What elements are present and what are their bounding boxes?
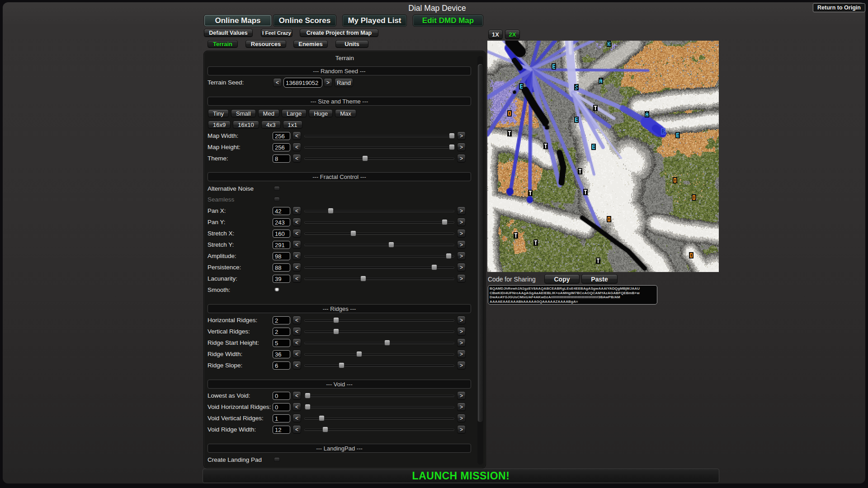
horizontal-ridges-slider-handle[interactable]: [333, 317, 339, 323]
void-vertical-ridges-increment-button[interactable]: >: [457, 414, 466, 422]
stretch-y-increment-button[interactable]: >: [457, 240, 466, 249]
tab-online-maps[interactable]: Online Maps: [204, 14, 272, 27]
void-ridge-width-decrement-button[interactable]: <: [292, 425, 301, 434]
stretch-y-input[interactable]: 291: [273, 241, 290, 249]
return-to-origin-button[interactable]: Return to Origin: [813, 3, 865, 12]
launch-mission-button[interactable]: LAUNCH MISSION!: [203, 469, 719, 483]
tab-my-played-list[interactable]: My Played List: [342, 14, 407, 27]
horizontal-ridges-increment-button[interactable]: >: [457, 316, 466, 324]
pan-y-slider-handle[interactable]: [442, 219, 448, 225]
theme-slider-track[interactable]: [304, 158, 454, 160]
pan-x-slider-handle[interactable]: [328, 208, 334, 214]
aspect-16x9-button[interactable]: 16x9: [208, 121, 231, 129]
vertical-ridges-slider-track[interactable]: [304, 331, 454, 333]
theme-slider-handle[interactable]: [362, 155, 368, 161]
default-values-button[interactable]: Default Values: [204, 29, 253, 37]
checkbox-smooth[interactable]: [274, 287, 280, 292]
ridge-slope-decrement-button[interactable]: <: [292, 361, 301, 370]
lacunarity-increment-button[interactable]: >: [457, 274, 466, 283]
lacunarity-slider-track[interactable]: [304, 278, 454, 280]
aspect-4x3-button[interactable]: 4x3: [261, 121, 281, 129]
stretch-x-slider-handle[interactable]: [350, 230, 356, 236]
aspect-1x1-button[interactable]: 1x1: [283, 121, 302, 129]
map-preview[interactable]: [487, 41, 719, 272]
ridge-width-slider-track[interactable]: [304, 353, 454, 355]
map-height-slider-track[interactable]: [304, 146, 454, 148]
lowest-as-void-decrement-button[interactable]: <: [292, 391, 301, 400]
ridge-width-increment-button[interactable]: >: [457, 350, 466, 358]
vertical-ridges-slider-handle[interactable]: [333, 328, 339, 334]
pan-x-input[interactable]: 42: [273, 207, 290, 215]
vertical-ridges-decrement-button[interactable]: <: [292, 327, 301, 336]
lacunarity-slider-handle[interactable]: [360, 276, 366, 282]
map-height-input[interactable]: 256: [273, 143, 290, 151]
stretch-x-decrement-button[interactable]: <: [292, 229, 301, 238]
ridge-width-slider-handle[interactable]: [356, 351, 362, 357]
stretch-x-slider-track[interactable]: [304, 233, 454, 235]
map-width-input[interactable]: 256: [273, 132, 290, 140]
checkbox-seamless[interactable]: [274, 197, 280, 202]
void-vertical-ridges-decrement-button[interactable]: <: [292, 414, 301, 422]
lowest-as-void-slider-handle[interactable]: [305, 393, 311, 399]
lacunarity-input[interactable]: 39: [273, 275, 290, 283]
map-width-slider-track[interactable]: [304, 135, 454, 137]
theme-decrement-button[interactable]: <: [292, 154, 301, 163]
stretch-x-input[interactable]: 160: [273, 230, 290, 238]
checkbox-alternative-noise[interactable]: [274, 186, 280, 191]
ridge-width-decrement-button[interactable]: <: [292, 350, 301, 358]
void-ridge-width-increment-button[interactable]: >: [457, 425, 466, 434]
size-tiny-button[interactable]: Tiny: [208, 109, 229, 117]
void-vertical-ridges-slider-handle[interactable]: [319, 415, 325, 421]
persistence-slider-handle[interactable]: [431, 264, 437, 270]
ridge-width-input[interactable]: 36: [273, 350, 290, 358]
subtab-enemies[interactable]: Enemies: [293, 40, 328, 48]
void-horizontal-ridges-increment-button[interactable]: >: [457, 403, 466, 411]
persistence-decrement-button[interactable]: <: [292, 263, 301, 272]
aspect-16x10-button[interactable]: 16x10: [233, 121, 259, 129]
pan-x-decrement-button[interactable]: <: [292, 206, 301, 215]
size-huge-button[interactable]: Huge: [309, 109, 333, 117]
tab-online-scores[interactable]: Online Scores: [273, 14, 336, 27]
map-height-slider-handle[interactable]: [449, 144, 455, 150]
seed-input[interactable]: 1368919052: [283, 78, 322, 88]
vertical-ridges-input[interactable]: 2: [273, 328, 290, 336]
pan-x-increment-button[interactable]: >: [457, 206, 466, 215]
lowest-as-void-slider-track[interactable]: [304, 395, 454, 397]
copy-button[interactable]: Copy: [544, 274, 580, 284]
ridge-slope-slider-handle[interactable]: [339, 362, 344, 368]
vertical-ridges-increment-button[interactable]: >: [457, 327, 466, 336]
pan-x-slider-track[interactable]: [304, 210, 454, 212]
void-horizontal-ridges-input[interactable]: 0: [273, 403, 290, 411]
share-code-box[interactable]: BQAMDJhRewh1N2gzEV8AAQABCEABRgLEsE4EEBAg…: [488, 285, 657, 305]
amplitude-increment-button[interactable]: >: [457, 252, 466, 260]
ridge-start-height-increment-button[interactable]: >: [457, 338, 466, 347]
amplitude-slider-handle[interactable]: [446, 253, 452, 259]
void-ridge-width-slider-handle[interactable]: [322, 427, 328, 432]
map-width-decrement-button[interactable]: <: [292, 131, 301, 140]
void-ridge-width-input[interactable]: 12: [273, 426, 290, 434]
subtab-resources[interactable]: Resources: [245, 40, 286, 48]
ridge-slope-slider-track[interactable]: [304, 365, 454, 366]
size-med-button[interactable]: Med: [258, 109, 279, 117]
void-horizontal-ridges-slider-handle[interactable]: [305, 404, 311, 410]
stretch-y-slider-handle[interactable]: [388, 242, 394, 248]
zoom-2x-button[interactable]: 2X: [505, 30, 520, 39]
theme-input[interactable]: 8: [273, 155, 290, 163]
size-small-button[interactable]: Small: [231, 109, 256, 117]
map-height-decrement-button[interactable]: <: [292, 143, 301, 151]
void-horizontal-ridges-decrement-button[interactable]: <: [292, 403, 301, 411]
horizontal-ridges-decrement-button[interactable]: <: [292, 316, 301, 324]
void-horizontal-ridges-slider-track[interactable]: [304, 406, 454, 408]
pan-y-decrement-button[interactable]: <: [292, 218, 301, 226]
size-max-button[interactable]: Max: [335, 109, 356, 117]
lowest-as-void-increment-button[interactable]: >: [457, 391, 466, 400]
persistence-input[interactable]: 88: [273, 263, 290, 272]
subtab-units[interactable]: Units: [335, 40, 368, 48]
stretch-y-decrement-button[interactable]: <: [292, 240, 301, 249]
amplitude-slider-track[interactable]: [304, 255, 454, 257]
pan-y-slider-track[interactable]: [304, 221, 454, 223]
map-width-slider-handle[interactable]: [449, 133, 455, 139]
lacunarity-decrement-button[interactable]: <: [292, 274, 301, 283]
paste-button[interactable]: Paste: [581, 274, 618, 284]
ridge-start-height-decrement-button[interactable]: <: [292, 338, 301, 347]
